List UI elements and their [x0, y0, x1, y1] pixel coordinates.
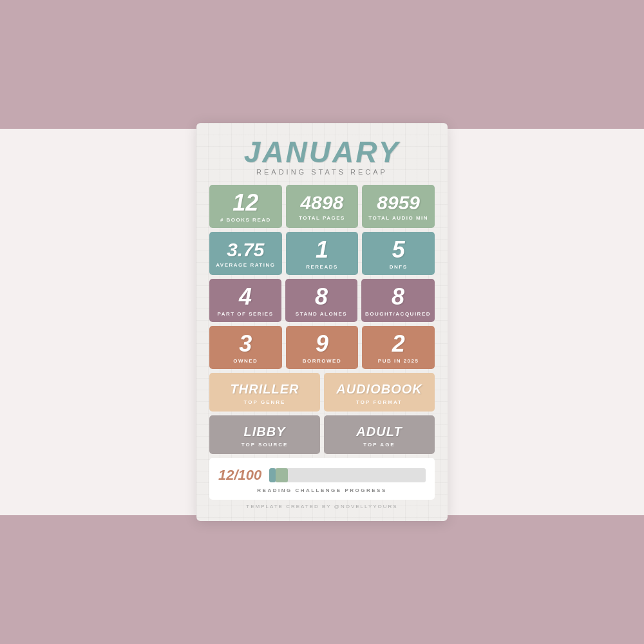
standalones-value: 8 [315, 285, 328, 308]
owned-cell: 3 OWNED [209, 326, 282, 369]
progress-section: 12/100 READING CHALLENGE PROGRESS [209, 458, 435, 500]
row-6: LIBBY TOP SOURCE ADULT TOP AGE [209, 415, 435, 454]
top-genre-label: TOP GENRE [216, 399, 314, 405]
card-subtitle: READING STATS RECAP [209, 168, 435, 176]
rereads-label: REREADS [306, 264, 338, 270]
borrowed-cell: 9 BORROWED [286, 326, 359, 369]
top-source-label: TOP SOURCE [216, 442, 314, 448]
row-2: 3.75 AVERAGE RATING 1 REREADS 5 DNFS [209, 232, 435, 275]
top-format-cell: AUDIOBOOK TOP FORMAT [324, 373, 435, 412]
avg-rating-label: AVERAGE RATING [216, 262, 275, 268]
rereads-cell: 1 REREADS [286, 232, 359, 275]
bought-label: BOUGHT/ACQUIRED [365, 311, 431, 317]
standalones-cell: 8 STAND ALONES [285, 279, 357, 322]
top-genre-cell: THRILLER TOP GENRE [209, 373, 320, 412]
series-value: 4 [239, 285, 252, 308]
borrowed-value: 9 [316, 332, 328, 355]
books-read-label: # BOOKS READ [220, 217, 271, 223]
owned-label: OWNED [233, 358, 258, 364]
progress-count: 12/100 [218, 467, 261, 484]
top-source-value: LIBBY [216, 424, 314, 439]
standalones-label: STAND ALONES [296, 311, 347, 317]
series-cell: 4 PART OF SERIES [209, 279, 281, 322]
row-1: 12 # BOOKS READ 4898 TOTAL PAGES 8959 TO… [209, 185, 435, 228]
pub2025-value: 2 [392, 332, 405, 355]
rereads-value: 1 [316, 238, 328, 261]
dnfs-cell: 5 DNFS [362, 232, 435, 275]
total-pages-label: TOTAL PAGES [299, 215, 345, 221]
books-read-cell: 12 # BOOKS READ [209, 185, 282, 228]
dnfs-label: DNFS [390, 264, 408, 270]
pub2025-label: PUB IN 2025 [378, 358, 419, 364]
bought-value: 8 [392, 285, 404, 308]
pub2025-cell: 2 PUB IN 2025 [362, 326, 435, 369]
owned-value: 3 [239, 332, 252, 355]
progress-bar-green [276, 468, 288, 482]
top-age-value: ADULT [330, 424, 428, 439]
top-age-label: TOP AGE [330, 442, 428, 448]
top-source-cell: LIBBY TOP SOURCE [209, 415, 320, 454]
month-title: JANUARY [209, 137, 435, 167]
total-audio-value: 8959 [377, 193, 420, 213]
progress-top: 12/100 [218, 467, 426, 484]
dnfs-value: 5 [392, 238, 405, 261]
progress-bar-teal [269, 468, 276, 482]
top-genre-value: THRILLER [216, 382, 314, 397]
top-age-cell: ADULT TOP AGE [324, 415, 435, 454]
total-pages-cell: 4898 TOTAL PAGES [286, 185, 359, 228]
avg-rating-value: 3.75 [227, 240, 264, 260]
top-format-label: TOP FORMAT [330, 399, 428, 405]
row-5: THRILLER TOP GENRE AUDIOBOOK TOP FORMAT [209, 373, 435, 412]
top-format-value: AUDIOBOOK [330, 382, 428, 397]
avg-rating-cell: 3.75 AVERAGE RATING [209, 232, 282, 275]
progress-bar-background [269, 468, 426, 482]
progress-label: READING CHALLENGE PROGRESS [218, 488, 426, 493]
books-read-value: 12 [232, 191, 258, 214]
row-3: 4 PART OF SERIES 8 STAND ALONES 8 BOUGHT… [209, 279, 435, 322]
stats-card: JANUARY READING STATS RECAP 12 # BOOKS R… [196, 123, 448, 521]
total-audio-label: TOTAL AUDIO MIN [368, 215, 428, 221]
template-credit: TEMPLATE CREATED BY @NOVELLYYOURS [209, 504, 435, 509]
row-4: 3 OWNED 9 BORROWED 2 PUB IN 2025 [209, 326, 435, 369]
bought-cell: 8 BOUGHT/ACQUIRED [361, 279, 435, 322]
series-label: PART OF SERIES [217, 311, 273, 317]
borrowed-label: BORROWED [303, 358, 341, 364]
total-pages-value: 4898 [301, 193, 344, 213]
total-audio-cell: 8959 TOTAL AUDIO MIN [362, 185, 435, 228]
